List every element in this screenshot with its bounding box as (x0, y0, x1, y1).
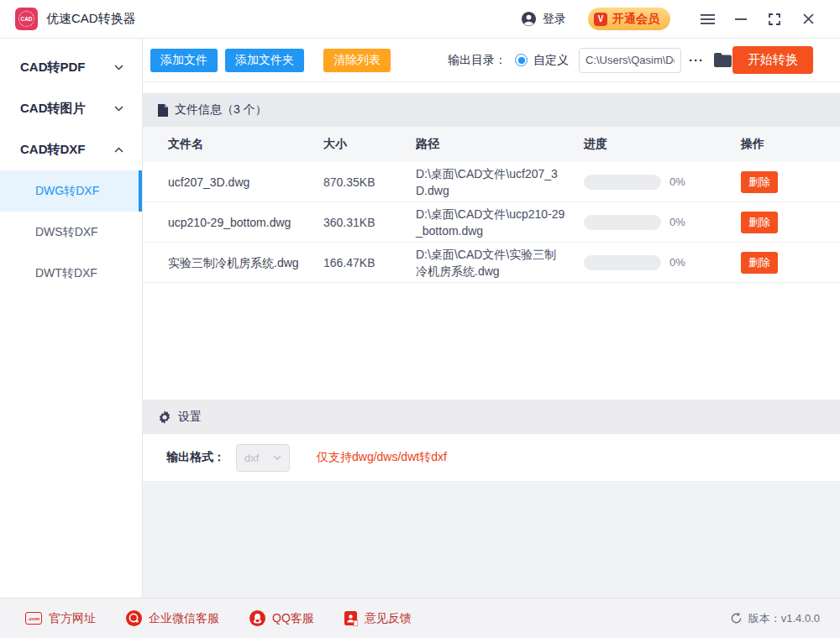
qq-icon (249, 610, 265, 626)
progress-percent: 0% (669, 175, 685, 188)
menu-button[interactable] (690, 7, 724, 32)
col-progress: 进度 (584, 137, 741, 152)
chevron-down-icon (114, 106, 123, 112)
document-icon (158, 104, 168, 117)
open-vip-button[interactable]: V 开通会员 (588, 8, 670, 30)
vip-label: 开通会员 (612, 12, 659, 27)
close-button[interactable] (791, 7, 825, 32)
file-list: ucf207_3D.dwg 870.35KB D:\桌面\CAD文件\ucf20… (143, 162, 840, 400)
maximize-icon (769, 13, 780, 25)
login-button[interactable]: 登录 (521, 11, 566, 27)
footer-link-label: 企业微信客服 (149, 611, 219, 626)
sidebar-group-label: CAD转图片 (20, 101, 86, 117)
empty-area (143, 283, 840, 400)
browse-more-button[interactable]: ··· (689, 53, 704, 67)
maximize-button[interactable] (758, 7, 791, 32)
col-path: 路径 (416, 137, 584, 152)
sidebar-item-cad-to-dxf[interactable]: CAD转DXF (0, 129, 142, 170)
footer-link-label: 意见反馈 (365, 611, 412, 626)
add-file-button[interactable]: 添加文件 (150, 49, 218, 72)
settings-bar: 设置 (143, 400, 840, 434)
file-size: 166.47KB (323, 256, 416, 269)
table-header: 文件名 大小 路径 进度 操作 (143, 127, 840, 162)
table-row: ucf207_3D.dwg 870.35KB D:\桌面\CAD文件\ucf20… (143, 162, 840, 202)
chevron-down-icon (114, 65, 123, 71)
settings-body: 输出格式： dxf 仅支持dwg/dws/dwt转dxf (143, 434, 840, 481)
progress-bar (584, 175, 661, 190)
sidebar: CAD转PDF CAD转图片 CAD转DXF DWG转DXF DWS转DXF D… (0, 39, 143, 598)
toolbar: 添加文件 添加文件夹 清除列表 输出目录： 自定义 ··· 开始转换 (143, 39, 840, 82)
file-path: D:\桌面\CAD文件\ucp210-29_bottom.dwg (416, 206, 584, 239)
version-label: 版本：v1.4.0.0 (748, 611, 820, 626)
refresh-icon (730, 612, 743, 625)
start-convert-button[interactable]: 开始转换 (732, 46, 813, 74)
wechat-icon (126, 610, 142, 626)
qq-service-link[interactable]: QQ客服 (249, 610, 314, 626)
spacer (143, 481, 840, 598)
sidebar-item-dwt-to-dxf[interactable]: DWT转DXF (0, 253, 142, 294)
output-format-value: dxf (244, 452, 259, 464)
gear-icon (158, 411, 171, 424)
minimize-button[interactable] (724, 7, 758, 32)
app-title: 优速CAD转换器 (46, 11, 136, 27)
file-name: 实验三制冷机房系统.dwg (168, 254, 323, 271)
vip-icon: V (594, 13, 607, 26)
sidebar-sub-label: DWT转DXF (35, 266, 97, 281)
sidebar-item-cad-to-image[interactable]: CAD转图片 (0, 88, 142, 129)
sidebar-item-dwg-to-dxf[interactable]: DWG转DXF (0, 170, 142, 212)
feedback-icon (344, 611, 358, 626)
official-website-link[interactable]: .com 官方网址 (25, 611, 96, 626)
footer-link-label: 官方网址 (49, 611, 96, 626)
output-path-input[interactable] (579, 48, 681, 73)
col-ops: 操作 (741, 137, 827, 152)
open-folder-button[interactable] (714, 53, 732, 67)
add-folder-button[interactable]: 添加文件夹 (225, 49, 304, 72)
clear-list-button[interactable]: 清除列表 (323, 49, 391, 72)
footer: .com 官方网址 企业微信客服 QQ客服 意见反馈 (0, 598, 840, 638)
sidebar-item-dws-to-dxf[interactable]: DWS转DXF (0, 212, 142, 253)
version-info: 版本：v1.4.0.0 (730, 611, 820, 626)
hamburger-icon (701, 14, 715, 24)
output-format-select[interactable]: dxf (236, 444, 290, 472)
progress-cell: 0% (584, 175, 741, 190)
custom-dir-radio[interactable]: 自定义 (515, 53, 569, 68)
col-name: 文件名 (168, 137, 323, 152)
sidebar-sub-label: DWS转DXF (35, 225, 98, 240)
progress-percent: 0% (669, 216, 685, 228)
sidebar-sub-label: DWG转DXF (35, 184, 99, 199)
delete-button[interactable]: 删除 (741, 212, 778, 233)
folder-icon (714, 53, 732, 67)
progress-bar (584, 215, 661, 230)
file-name: ucp210-29_bottom.dwg (168, 214, 323, 231)
app-logo-cad-text: CAD (18, 11, 34, 27)
progress-cell: 0% (584, 215, 741, 230)
feedback-link[interactable]: 意见反馈 (344, 611, 412, 626)
file-path: D:\桌面\CAD文件\实验三制冷机房系统.dwg (416, 246, 584, 280)
sidebar-item-cad-to-pdf[interactable]: CAD转PDF (0, 47, 142, 88)
spacer (143, 82, 840, 93)
settings-title: 设置 (178, 410, 202, 425)
file-info-bar: 文件信息（3 个） (143, 93, 840, 127)
website-icon: .com (25, 612, 42, 625)
delete-button[interactable]: 删除 (741, 252, 778, 274)
file-path: D:\桌面\CAD文件\ucf207_3D.dwg (416, 165, 584, 199)
delete-button[interactable]: 删除 (741, 171, 778, 193)
file-size: 360.31KB (323, 216, 416, 229)
custom-dir-label: 自定义 (533, 53, 569, 68)
progress-cell: 0% (584, 255, 741, 270)
output-format-label: 输出格式： (166, 450, 225, 465)
main-panel: 添加文件 添加文件夹 清除列表 输出目录： 自定义 ··· 开始转换 (143, 39, 840, 598)
file-size: 870.35KB (323, 175, 416, 189)
col-size: 大小 (323, 137, 416, 152)
output-dir-label: 输出目录： (448, 53, 507, 68)
chevron-up-icon (114, 147, 123, 153)
wechat-service-link[interactable]: 企业微信客服 (126, 610, 219, 626)
minimize-icon (735, 18, 747, 20)
close-icon (803, 13, 814, 24)
footer-link-label: QQ客服 (272, 611, 314, 626)
sidebar-group-label: CAD转PDF (20, 60, 86, 76)
file-info-title: 文件信息（3 个） (175, 102, 267, 118)
title-bar: CAD 优速CAD转换器 登录 V 开通会员 (0, 0, 840, 39)
table-row: 实验三制冷机房系统.dwg 166.47KB D:\桌面\CAD文件\实验三制冷… (143, 243, 840, 283)
app-logo-icon: CAD (15, 8, 38, 30)
